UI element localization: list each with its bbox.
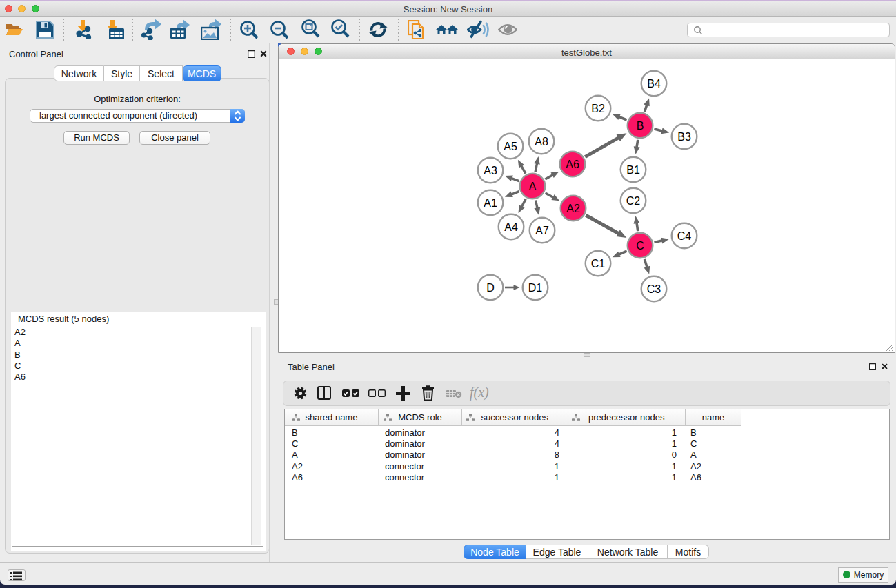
svg-text:A5: A5 [504,141,517,152]
svg-text:A6: A6 [566,159,579,170]
svg-text:D: D [486,282,495,294]
svg-text:C4: C4 [677,230,692,242]
svg-text:A1: A1 [484,197,497,209]
svg-text:B: B [637,120,644,132]
svg-text:B3: B3 [677,131,691,143]
svg-text:A8: A8 [535,136,548,148]
svg-text:A: A [529,181,537,192]
svg-text:C3: C3 [647,283,661,295]
svg-text:C1: C1 [591,258,606,270]
svg-text:A7: A7 [535,225,549,236]
svg-text:C: C [636,240,644,252]
svg-text:C2: C2 [626,195,641,207]
svg-text:A2: A2 [566,203,580,214]
svg-text:A4: A4 [504,221,518,233]
svg-text:A3: A3 [484,165,497,176]
svg-text:B1: B1 [626,164,640,176]
svg-text:B4: B4 [647,78,661,90]
svg-text:B2: B2 [591,103,605,114]
svg-text:D1: D1 [528,282,543,294]
